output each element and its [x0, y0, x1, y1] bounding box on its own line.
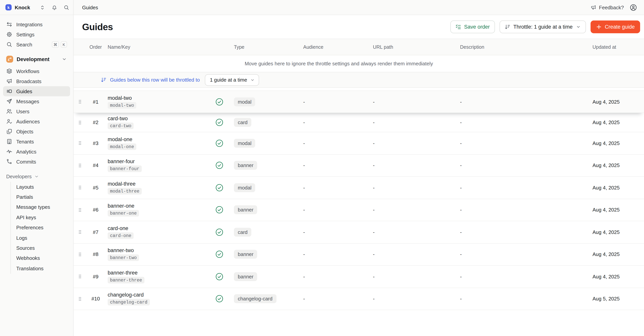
sidebar-item-commits[interactable]: Commits [3, 157, 70, 167]
drag-handle-icon[interactable] [78, 120, 82, 125]
drop-zone-text: Move guides here to ignore the throttle … [245, 61, 433, 66]
guides-page: Guides Save order Throttle: 1 guide at a… [74, 15, 644, 336]
audience-cell: - [296, 99, 367, 105]
sidebar-item-partials[interactable]: Partials [11, 192, 70, 202]
description-cell: - [454, 229, 573, 235]
drag-handle-icon[interactable] [78, 163, 82, 168]
feedback-button[interactable]: Feedback? [590, 4, 624, 10]
sidebar-item-workflows[interactable]: Workflows [3, 66, 70, 76]
check-circle-icon [215, 228, 223, 236]
guide-order: #1 [93, 99, 98, 105]
sidebar-item-search[interactable]: Search⌘K [3, 39, 70, 49]
sidebar-item-audiences[interactable]: Audiences [3, 116, 70, 126]
notifications-bell-icon[interactable] [52, 4, 57, 10]
sidebar-item-tenants[interactable]: Tenants [3, 137, 70, 147]
throttle-divider-link[interactable]: Guides below this row will be throttled … [101, 77, 200, 83]
guide-row[interactable]: #7card-onecard-onecard---Aug 4, 2025 [74, 221, 644, 243]
create-guide-button[interactable]: Create guide [590, 20, 640, 33]
type-cell: modal [230, 183, 296, 192]
audience-cell-value: - [303, 274, 305, 280]
drag-handle-icon[interactable] [78, 296, 82, 302]
sidebar-item-logs[interactable]: Logs [11, 233, 70, 243]
drag-handle-icon[interactable] [78, 99, 82, 104]
guide-name-key: banner-threebanner-three [108, 270, 208, 283]
sidebar-item-layouts[interactable]: Layouts [11, 182, 70, 192]
search-icon[interactable] [64, 4, 69, 10]
guide-row[interactable]: #8banner-twobanner-twobanner---Aug 4, 20… [74, 243, 644, 266]
sidebar-item-webhooks[interactable]: Webhooks [11, 253, 70, 263]
order-cell: #10 [86, 296, 105, 302]
guide-row[interactable]: #5modal-threemodal-threemodal---Aug 4, 2… [74, 177, 644, 199]
order-cell: #5 [86, 185, 105, 191]
breadcrumb[interactable]: Guides [82, 4, 98, 10]
expand-workspace-icon[interactable] [40, 4, 45, 10]
guide-name-key: card-twocard-two [108, 116, 208, 129]
sidebar-item-objects[interactable]: Objects [3, 126, 70, 137]
save-order-button[interactable]: Save order [450, 20, 495, 33]
sidebar-item-translations[interactable]: Translations [11, 263, 70, 274]
workspace-name: Knock [15, 4, 33, 10]
keyboard-shortcut: ⌘K [52, 41, 67, 48]
guide-row[interactable]: #6banner-onebanner-onebanner---Aug 4, 20… [74, 199, 644, 221]
audience-cell-value: - [303, 163, 305, 168]
sidebar-item-preferences[interactable]: Preferences [11, 222, 70, 233]
updated-at-cell: Aug 4, 2025 [573, 229, 644, 235]
environment-switcher[interactable]: Development [3, 54, 70, 64]
sidebar-item-messages[interactable]: Messages [3, 96, 70, 106]
drag-handle-icon[interactable] [78, 141, 82, 146]
drag-handle-icon[interactable] [78, 274, 82, 279]
sidebar-item-settings[interactable]: Settings [3, 29, 70, 39]
drag-handle-icon[interactable] [78, 229, 82, 235]
sidebar-item-label: Commits [16, 159, 36, 165]
updated-at-cell-value: Aug 4, 2025 [592, 274, 620, 280]
type-cell: modal [230, 139, 296, 148]
sidebar-item-analytics[interactable]: Analytics [3, 147, 70, 157]
guide-row[interactable]: #3modal-onemodal-onemodal---Aug 4, 2025 [74, 132, 644, 155]
guide-row[interactable]: #10changelog-cardchangelog-cardchangelog… [74, 288, 644, 310]
guide-name: card-one [108, 225, 128, 231]
sidebar-item-label: Layouts [16, 184, 34, 190]
guide-row[interactable]: #1modal-twomodal-twomodal---Aug 4, 2025 [74, 90, 644, 113]
sidebar-item-label: Messages [16, 98, 39, 104]
unthrottled-drop-zone[interactable]: Move guides here to ignore the throttle … [74, 55, 644, 72]
guide-order: #7 [93, 229, 98, 235]
sidebar-item-guides[interactable]: Guides [3, 86, 70, 96]
sidebar-item-users[interactable]: Users [3, 106, 70, 116]
sidebar-item-api-keys[interactable]: API keys [11, 212, 70, 222]
sidebar-item-message-types[interactable]: Message types [11, 202, 70, 212]
guide-row[interactable]: #4banner-fourbanner-fourbanner---Aug 4, … [74, 155, 644, 177]
order-cell: #8 [86, 252, 105, 257]
sidebar-nav: IntegrationsSettingsSearch⌘K Development… [0, 15, 73, 274]
check-circle-icon [215, 295, 223, 303]
swap-arrows-icon [6, 21, 12, 27]
guide-row[interactable]: #2card-twocard-twocard---Aug 4, 2025 [74, 113, 644, 132]
name-cell: banner-twobanner-two [105, 248, 208, 261]
url-path-cell: - [367, 229, 454, 235]
url-path-cell-value: - [373, 99, 375, 105]
chevron-down-icon [576, 24, 581, 29]
drag-handle-icon[interactable] [78, 185, 82, 190]
developers-section-toggle[interactable]: Developers [3, 172, 70, 181]
guide-name: banner-one [108, 203, 134, 209]
type-badge: changelog-card [234, 294, 276, 303]
feedback-label: Feedback? [599, 4, 624, 10]
workspace-switcher[interactable]: k Knock [0, 0, 73, 15]
sidebar-item-label: Sources [16, 245, 35, 251]
check-circle-icon [215, 273, 223, 281]
guide-row[interactable]: #9banner-threebanner-threebanner---Aug 4… [74, 266, 644, 288]
sidebar-item-broadcasts[interactable]: Broadcasts [3, 76, 70, 86]
audience-cell: - [296, 140, 367, 146]
handle-cell [74, 252, 86, 257]
status-cell [208, 118, 230, 126]
create-guide-label: Create guide [605, 24, 635, 30]
user-avatar-button[interactable] [630, 4, 637, 11]
drag-handle-icon[interactable] [78, 252, 82, 257]
sidebar-item-integrations[interactable]: Integrations [3, 19, 70, 29]
throttle-dropdown-button[interactable]: Throttle: 1 guide at a time [499, 20, 586, 33]
drag-handle-icon[interactable] [78, 207, 82, 213]
search-icon [6, 41, 12, 48]
url-path-cell: - [367, 185, 454, 191]
throttle-value-select[interactable]: 1 guide at a time [205, 74, 259, 86]
sidebar-item-sources[interactable]: Sources [11, 243, 70, 253]
guide-key-badge: card-one [108, 232, 134, 239]
